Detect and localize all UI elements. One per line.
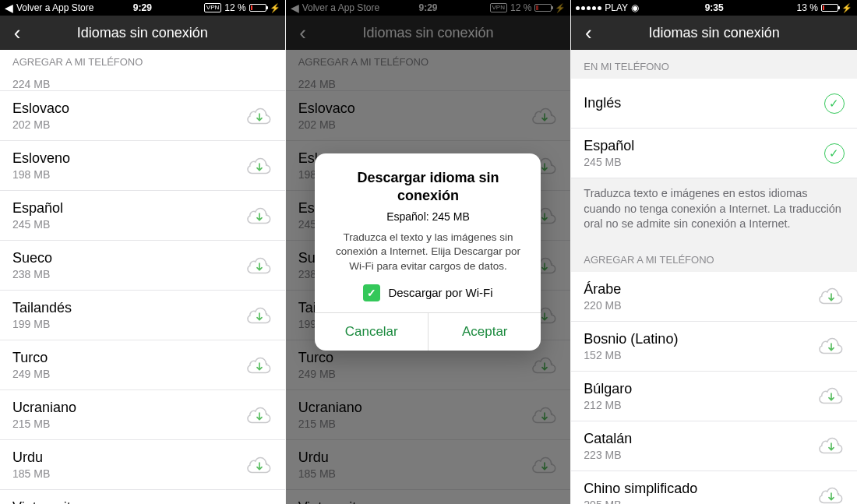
download-icon[interactable] xyxy=(818,485,845,504)
nav-back-button[interactable]: ‹ xyxy=(0,16,34,50)
language-size: 249 MB xyxy=(12,368,246,380)
language-row[interactable]: Urdu185 MB xyxy=(0,440,285,490)
download-icon[interactable] xyxy=(246,255,273,277)
battery-icon xyxy=(249,4,266,12)
language-name: Español xyxy=(12,200,246,217)
language-name: Español xyxy=(584,138,824,154)
status-bar: ◀ Volver a App Store 9:29 VPN 12 % ⚡ xyxy=(0,0,285,16)
modal-overlay[interactable]: Descargar idioma sin conexión Español: 2… xyxy=(286,0,571,504)
language-row[interactable]: Ucraniano215 MB xyxy=(0,390,285,440)
downloaded-check-icon: ✓ xyxy=(824,143,845,164)
wifi-only-checkbox[interactable]: ✓ xyxy=(363,284,380,301)
charging-icon: ⚡ xyxy=(841,3,852,13)
language-name: Ucraniano xyxy=(12,400,246,416)
download-icon[interactable] xyxy=(246,205,273,227)
language-row[interactable]: Chino simplificado205 MB xyxy=(571,471,857,504)
download-icon[interactable] xyxy=(818,335,845,357)
language-name: Tailandés xyxy=(12,300,246,316)
screen-download-dialog: ◀ Volver a App Store 9:29 VPN 12 % ⚡ ‹ I… xyxy=(286,0,572,504)
downloaded-check-icon: ✓ xyxy=(824,93,845,114)
language-row[interactable]: Inglés✓ xyxy=(571,79,857,129)
nav-back-button[interactable]: ‹ xyxy=(571,16,605,50)
status-bar: PLAY ◉ 9:35 13 % ⚡ xyxy=(571,0,857,16)
wifi-only-label: Descargar por Wi-Fi xyxy=(388,286,492,299)
language-row[interactable]: Esloveno198 MB xyxy=(0,141,285,191)
signal-dots-icon xyxy=(576,6,601,10)
language-size: 152 MB xyxy=(584,349,818,361)
language-size: 205 MB xyxy=(584,499,818,504)
language-size: 238 MB xyxy=(12,268,246,280)
language-size: 185 MB xyxy=(12,467,246,480)
language-name: Inglés xyxy=(584,95,824,111)
dialog-body: Traduzca el texto y las imágenes sin con… xyxy=(329,231,527,273)
section-header-on-device: EN MI TELÉFONO xyxy=(571,50,857,79)
download-icon[interactable] xyxy=(246,354,273,376)
battery-icon xyxy=(821,4,838,12)
screen-language-list: ◀ Volver a App Store 9:29 VPN 12 % ⚡ ‹ I… xyxy=(0,0,286,504)
language-row[interactable]: Español245 MB✓ xyxy=(571,129,857,178)
language-size: 212 MB xyxy=(584,399,818,411)
dialog-subtitle: Español: 245 MB xyxy=(329,210,527,223)
language-row[interactable]: Árabe220 MB xyxy=(571,272,857,322)
section-header-add: AGREGAR A MI TELÉFONO xyxy=(571,243,857,272)
language-size: 199 MB xyxy=(12,318,246,330)
wifi-icon: ◉ xyxy=(631,2,639,13)
language-size: 245 MB xyxy=(584,156,824,168)
battery-percent: 13 % xyxy=(797,2,818,13)
language-name: Eslovaco xyxy=(12,100,246,117)
language-name: Sueco xyxy=(12,250,246,266)
back-to-app-label[interactable]: Volver a App Store xyxy=(16,2,93,13)
language-name: Chino simplificado xyxy=(584,481,818,497)
partial-previous-size: 224 MB xyxy=(12,78,50,90)
language-size: 223 MB xyxy=(584,449,818,461)
cancel-button[interactable]: Cancelar xyxy=(315,313,428,351)
download-icon[interactable] xyxy=(818,385,845,407)
dialog-title: Descargar idioma sin conexión xyxy=(329,169,527,204)
download-icon[interactable] xyxy=(246,105,273,127)
language-row[interactable]: Español245 MB xyxy=(0,191,285,241)
page-title: Idiomas sin conexión xyxy=(0,25,285,41)
language-name: Esloveno xyxy=(12,150,246,167)
download-icon[interactable] xyxy=(246,404,273,426)
language-row[interactable]: Catalán223 MB xyxy=(571,421,857,471)
download-icon[interactable] xyxy=(246,454,273,476)
download-icon[interactable] xyxy=(818,435,845,456)
language-row[interactable]: Bosnio (Latino)152 MB xyxy=(571,322,857,372)
language-size: 202 MB xyxy=(12,118,246,131)
language-size: 220 MB xyxy=(584,299,818,312)
language-row[interactable]: Eslovaco202 MB xyxy=(0,91,285,141)
partial-previous-row: 224 MB xyxy=(0,74,285,91)
language-row[interactable]: Tailandés199 MB xyxy=(0,291,285,340)
language-name: Bosnio (Latino) xyxy=(584,331,818,347)
language-row[interactable]: Sueco238 MB xyxy=(0,241,285,291)
vpn-indicator: VPN xyxy=(204,3,221,12)
download-icon[interactable] xyxy=(818,285,845,307)
charging-icon: ⚡ xyxy=(270,3,280,13)
language-size: 215 MB xyxy=(12,418,246,430)
download-icon[interactable] xyxy=(246,155,273,177)
back-to-app-icon[interactable]: ◀ xyxy=(5,2,13,14)
download-icon[interactable] xyxy=(246,305,273,326)
nav-bar: ‹ Idiomas sin conexión xyxy=(0,16,285,50)
language-name: Turco xyxy=(12,350,246,366)
language-name: Catalán xyxy=(584,431,818,447)
language-size: 245 MB xyxy=(12,218,246,231)
page-title: Idiomas sin conexión xyxy=(571,25,857,41)
section-header-add: AGREGAR A MI TELÉFONO xyxy=(0,50,285,74)
language-row[interactable]: Búlgaro212 MB xyxy=(571,372,857,421)
offline-note: Traduzca texto e imágenes en estos idiom… xyxy=(571,178,857,243)
language-row[interactable]: Turco249 MB xyxy=(0,340,285,390)
accept-button[interactable]: Aceptar xyxy=(428,313,541,351)
carrier-label: PLAY xyxy=(605,2,628,13)
language-row[interactable]: Vietnamita214 MB xyxy=(0,490,285,504)
download-dialog: Descargar idioma sin conexión Español: 2… xyxy=(315,153,541,351)
battery-percent: 12 % xyxy=(224,2,245,13)
language-name: Urdu xyxy=(12,449,246,466)
language-size: 198 MB xyxy=(12,168,246,181)
language-name: Vietnamita xyxy=(12,499,246,504)
language-name: Árabe xyxy=(584,281,818,298)
nav-bar: ‹ Idiomas sin conexión xyxy=(571,16,857,50)
screen-on-device: PLAY ◉ 9:35 13 % ⚡ ‹ Idiomas sin conexió… xyxy=(571,0,857,504)
language-name: Búlgaro xyxy=(584,381,818,397)
